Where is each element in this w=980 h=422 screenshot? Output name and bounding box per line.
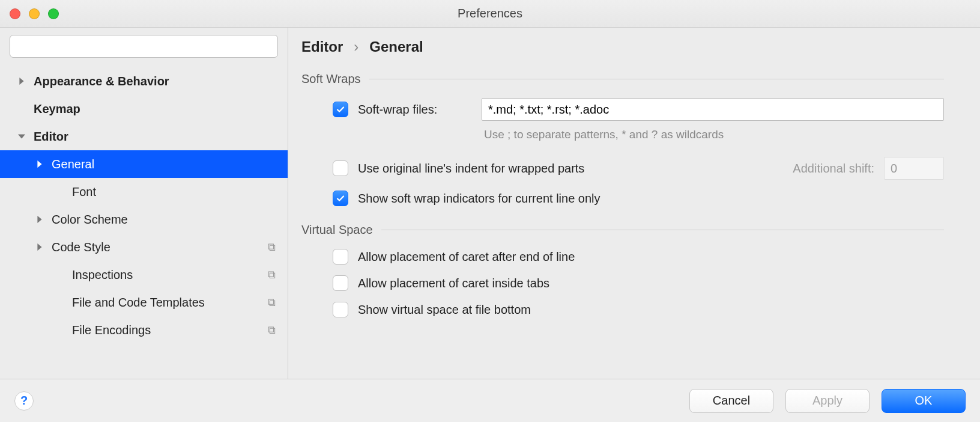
section-virtual-space: Virtual Space	[301, 223, 944, 237]
indicators-label: Show soft wrap indicators for current li…	[358, 192, 600, 206]
chevron-right-icon[interactable]	[17, 76, 26, 86]
tree-item-general[interactable]: General	[0, 150, 288, 178]
soft-wrap-files-label: Soft-wrap files:	[358, 103, 472, 117]
tree-item-label: Appearance & Behavior	[34, 75, 276, 88]
additional-shift-label: Additional shift:	[793, 162, 874, 176]
tree-item-code-style[interactable]: Code Style⧉	[0, 233, 288, 261]
tree-item-appearance-behavior[interactable]: Appearance & Behavior	[0, 67, 288, 95]
tree-item-label: Code Style	[52, 240, 263, 254]
project-level-icon: ⧉	[268, 296, 276, 309]
section-title: Virtual Space	[301, 223, 373, 237]
project-level-icon: ⧉	[268, 324, 276, 337]
ok-button[interactable]: OK	[882, 389, 966, 413]
tree-item-inspections[interactable]: Inspections⧉	[0, 261, 288, 289]
caret-after-eol-label: Allow placement of caret after end of li…	[358, 250, 575, 264]
chevron-right-icon[interactable]	[35, 242, 44, 252]
tree-item-font[interactable]: Font	[0, 178, 288, 206]
tree-item-label: File Encodings	[72, 323, 263, 337]
soft-wrap-files-checkbox[interactable]	[333, 102, 348, 117]
dialog-footer: ? Cancel Apply OK	[0, 379, 980, 422]
tree-item-label: Keymap	[34, 102, 276, 116]
tree-item-label: Inspections	[72, 268, 263, 282]
close-window-button[interactable]	[10, 8, 20, 19]
arrow-spacer	[55, 325, 65, 335]
settings-content: Editor › General Soft Wraps Soft-wrap fi…	[288, 28, 980, 379]
main-area: Appearance & BehaviorKeymapEditorGeneral…	[0, 28, 980, 379]
virtual-space-bottom-label: Show virtual space at file bottom	[358, 303, 531, 317]
arrow-spacer	[17, 104, 26, 114]
tree-item-file-and-code-templates[interactable]: File and Code Templates⧉	[0, 289, 288, 316]
soft-wrap-patterns-input[interactable]	[482, 98, 944, 121]
apply-button[interactable]: Apply	[785, 389, 870, 413]
breadcrumb-leaf: General	[369, 38, 423, 55]
virtual-space-bottom-checkbox[interactable]	[333, 302, 348, 317]
window-title: Preferences	[0, 7, 980, 20]
chevron-right-icon[interactable]	[35, 159, 44, 169]
caret-inside-tabs-label: Allow placement of caret inside tabs	[358, 277, 549, 290]
chevron-down-icon[interactable]	[17, 132, 26, 141]
arrow-spacer	[55, 298, 65, 307]
soft-wrap-hint: Use ; to separate patterns, * and ? as w…	[301, 128, 944, 141]
caret-after-eol-checkbox[interactable]	[333, 249, 348, 265]
section-divider	[369, 79, 944, 79]
tree-item-label: Font	[72, 185, 276, 199]
settings-tree: Appearance & BehaviorKeymapEditorGeneral…	[0, 65, 288, 379]
original-indent-label: Use original line's indent for wrapped p…	[358, 162, 584, 176]
help-button[interactable]: ?	[14, 391, 34, 411]
section-divider	[381, 230, 944, 230]
tree-item-keymap[interactable]: Keymap	[0, 95, 288, 123]
tree-item-label: Editor	[34, 130, 276, 144]
tree-item-label: Color Scheme	[52, 213, 276, 227]
arrow-spacer	[55, 187, 65, 197]
tree-item-color-scheme[interactable]: Color Scheme	[0, 206, 288, 233]
tree-item-file-encodings[interactable]: File Encodings⧉	[0, 316, 288, 344]
tree-item-label: General	[52, 157, 276, 171]
breadcrumb-root: Editor	[301, 38, 343, 55]
tree-item-editor[interactable]: Editor	[0, 123, 288, 150]
section-title: Soft Wraps	[301, 72, 361, 86]
zoom-window-button[interactable]	[48, 8, 59, 19]
arrow-spacer	[55, 270, 65, 280]
project-level-icon: ⧉	[268, 241, 276, 254]
original-indent-checkbox[interactable]	[333, 161, 348, 176]
chevron-right-icon[interactable]	[35, 215, 44, 224]
search-input[interactable]	[10, 35, 278, 58]
tree-item-label: File and Code Templates	[72, 296, 263, 310]
section-soft-wraps: Soft Wraps	[301, 72, 944, 86]
additional-shift-input	[884, 157, 944, 180]
caret-inside-tabs-checkbox[interactable]	[333, 275, 348, 291]
minimize-window-button[interactable]	[29, 8, 40, 19]
breadcrumb: Editor › General	[301, 38, 944, 55]
titlebar: Preferences	[0, 0, 980, 28]
indicators-checkbox[interactable]	[333, 191, 348, 206]
sidebar: Appearance & BehaviorKeymapEditorGeneral…	[0, 28, 288, 379]
window-controls	[10, 8, 59, 19]
project-level-icon: ⧉	[268, 269, 276, 281]
cancel-button[interactable]: Cancel	[689, 389, 773, 413]
breadcrumb-separator-icon: ›	[354, 38, 358, 55]
